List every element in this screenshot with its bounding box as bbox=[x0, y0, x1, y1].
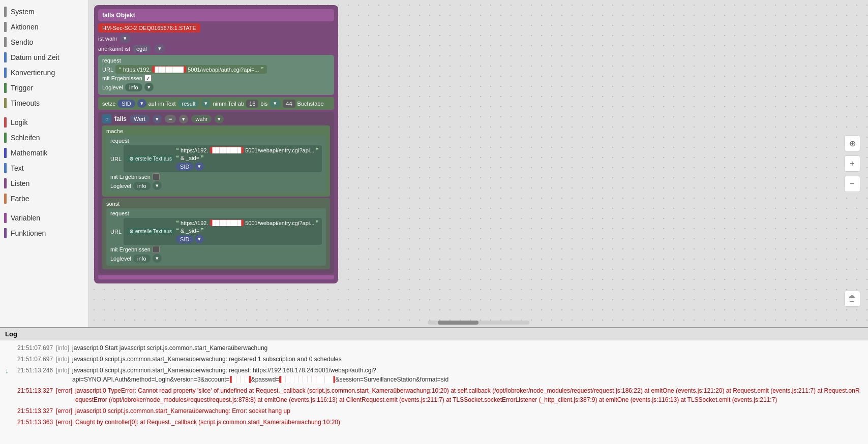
erstelle-label: erstelle Text aus bbox=[135, 156, 172, 162]
url3-string-row1: ❝ https://192. ████████ 5001/webapi/entr… bbox=[176, 219, 319, 226]
bis-pill[interactable]: ▾ bbox=[270, 99, 281, 108]
wert-pill[interactable]: Wert bbox=[130, 115, 149, 123]
zoom-in-button[interactable]: + bbox=[844, 155, 860, 172]
ist-wahr-pill[interactable]: ▾ bbox=[119, 34, 131, 43]
gear-block: ⚙ erstelle Text aus bbox=[127, 155, 174, 162]
mit-ergebnissen3-checkbox[interactable] bbox=[153, 246, 160, 253]
sidebar-item-mathematik[interactable]: Mathematik bbox=[0, 145, 88, 161]
anerkannt-row: anerkannt ist egal ▾ bbox=[98, 44, 334, 53]
url2-create-block[interactable]: ⚙ erstelle Text aus ❝ https://192. █████… bbox=[124, 145, 322, 172]
buchstabe-label: Buchstabe bbox=[297, 101, 324, 107]
sid3-arrow[interactable]: ▾ bbox=[195, 235, 204, 243]
plus-icon: + bbox=[850, 159, 854, 168]
wert-arrow[interactable]: ▾ bbox=[153, 115, 162, 123]
log-title: Log bbox=[5, 330, 17, 338]
loglevel-label: Loglevel bbox=[102, 84, 123, 90]
mit-ergebnissen2-checkbox[interactable] bbox=[153, 173, 160, 180]
loglevel3-arrow[interactable]: ▾ bbox=[153, 254, 162, 263]
wahr-arrow[interactable]: ▾ bbox=[215, 115, 224, 123]
log-area: Log 21:51:07.697 [info] javascript.0 Sta… bbox=[0, 327, 868, 444]
sidebar-label-logik: Logik bbox=[11, 118, 27, 126]
sidebar-label-listen: Listen bbox=[11, 179, 29, 187]
url3-string-row2: ❝ & _sid= ❞ bbox=[176, 227, 319, 234]
sidebar-item-text[interactable]: Text bbox=[0, 161, 88, 176]
sidebar-item-aktionen[interactable]: Aktionen bbox=[0, 19, 88, 35]
sidebar-item-schleifen[interactable]: Schleifen bbox=[0, 130, 88, 145]
zoom-out-button[interactable]: − bbox=[844, 176, 860, 192]
hm-sec-block[interactable]: HM-Sec-SC-2 OEQ0165676:1.STATE bbox=[98, 23, 200, 33]
sidebar-label-schleifen: Schleifen bbox=[11, 134, 40, 142]
auf-label: auf bbox=[148, 101, 156, 107]
num44-block[interactable]: 44 bbox=[283, 100, 295, 108]
log-level-2: [info] bbox=[56, 355, 69, 364]
mit-ergebnissen-label: mit Ergebnissen bbox=[102, 75, 142, 81]
num16-block[interactable]: 16 bbox=[246, 100, 258, 108]
log-level-3: [info] bbox=[56, 366, 69, 384]
canvas-scrollbar-thumb bbox=[438, 321, 478, 325]
sidebar-label-sendto: Sendto bbox=[11, 38, 33, 46]
ist-wahr-row: ist wahr ▾ bbox=[98, 34, 334, 43]
log-row-6: 21:51:13.363 [error] Caught by controlle… bbox=[0, 417, 868, 428]
sidebar-item-funktionen[interactable]: Funktionen bbox=[0, 226, 88, 241]
log-content[interactable]: 21:51:07.697 [info] javascript.0 Start j… bbox=[0, 340, 868, 444]
loglevel-pill[interactable]: info bbox=[125, 83, 142, 91]
loglevel-arrow[interactable]: ▾ bbox=[144, 83, 154, 91]
quote-close: ❞ bbox=[261, 66, 264, 73]
sid2-arrow[interactable]: ▾ bbox=[195, 162, 204, 171]
sidebar-item-listen[interactable]: Listen bbox=[0, 176, 88, 191]
log-level-6: [error] bbox=[56, 418, 72, 427]
hm-sec-row: HM-Sec-SC-2 OEQ0165676:1.STATE bbox=[98, 23, 334, 33]
sid-pill[interactable]: SID bbox=[117, 100, 135, 108]
url3-label: URL bbox=[110, 229, 122, 235]
gear-icon3: ⚙ bbox=[129, 229, 134, 234]
result-pill[interactable]: result bbox=[178, 100, 200, 108]
sidebar-item-variablen[interactable]: Variablen bbox=[0, 210, 88, 226]
log-time-6: 21:51:13.363 bbox=[17, 418, 53, 427]
sid-arrow[interactable]: ▾ bbox=[137, 99, 146, 108]
canvas-controls: ⊕ + − bbox=[844, 135, 860, 192]
sidebar-item-logik[interactable]: Logik bbox=[0, 115, 88, 130]
result-arrow[interactable]: ▾ bbox=[201, 99, 211, 108]
eq-pill[interactable]: = bbox=[165, 115, 176, 123]
log-row-1: 21:51:07.697 [info] javascript.0 Start j… bbox=[0, 342, 868, 354]
url-string-block[interactable]: ❝ https://192. ████████ 5001/webapi/auth… bbox=[115, 65, 266, 74]
canvas-scrollbar[interactable] bbox=[428, 321, 529, 325]
url2-amp: & _sid= bbox=[181, 155, 199, 161]
eq-arrow[interactable]: ▾ bbox=[179, 115, 188, 123]
log-icon-2 bbox=[5, 355, 15, 364]
canvas-area[interactable]: falls Objekt HM-Sec-SC-2 OEQ0165676:1.ST… bbox=[89, 0, 868, 327]
sidebar-item-datetime[interactable]: Datum und Zeit bbox=[0, 50, 88, 65]
erstelle3-label: erstelle Text aus bbox=[135, 229, 172, 234]
sid3-pill[interactable]: SID bbox=[176, 235, 193, 243]
sidebar-item-farbe[interactable]: Farbe bbox=[0, 191, 88, 206]
log-icon-5 bbox=[5, 406, 15, 416]
sidebar-item-timeouts[interactable]: Timeouts bbox=[0, 96, 88, 111]
workflow-wrapper[interactable]: falls Objekt HM-Sec-SC-2 OEQ0165676:1.ST… bbox=[89, 0, 868, 327]
egal-arrow[interactable]: ▾ bbox=[154, 44, 165, 53]
url2-sid-row: SID ▾ bbox=[176, 162, 319, 171]
url3-redacted: ████████ bbox=[210, 219, 244, 226]
log-text-2: javascript.0 script.js.common.start_Kame… bbox=[72, 355, 863, 364]
loglevel3-pill[interactable]: info bbox=[133, 255, 151, 263]
request3-label: request bbox=[110, 210, 322, 216]
mit-ergebnissen3-row: mit Ergebnissen bbox=[110, 246, 322, 253]
mit-ergebnissen-checkbox[interactable]: ✓ bbox=[144, 75, 152, 82]
sidebar-item-sendto[interactable]: Sendto bbox=[0, 35, 88, 50]
loglevel2-row: Loglevel info ▾ bbox=[110, 181, 322, 190]
sid2-pill[interactable]: SID bbox=[176, 163, 193, 171]
log-time-1: 21:51:07.697 bbox=[17, 343, 53, 353]
wahr-pill[interactable]: wahr bbox=[191, 115, 212, 123]
sidebar-item-trigger[interactable]: Trigger bbox=[0, 80, 88, 96]
egal-pill[interactable]: egal bbox=[132, 45, 151, 53]
loglevel2-pill[interactable]: info bbox=[133, 182, 151, 190]
trash-button[interactable]: 🗑 bbox=[844, 291, 860, 307]
bottom-bar bbox=[98, 275, 334, 279]
target-button[interactable]: ⊕ bbox=[844, 135, 860, 151]
loglevel-row: Loglevel info ▾ bbox=[102, 83, 330, 91]
anerkannt-label: anerkannt ist bbox=[98, 46, 130, 52]
sidebar-item-konvertierung[interactable]: Konvertierung bbox=[0, 65, 88, 80]
url-label: URL bbox=[102, 67, 113, 73]
sidebar-item-system[interactable]: System bbox=[0, 4, 88, 19]
url3-create-block[interactable]: ⚙ erstelle Text aus ❝ https://192. █████… bbox=[124, 218, 322, 245]
loglevel2-arrow[interactable]: ▾ bbox=[153, 181, 162, 190]
